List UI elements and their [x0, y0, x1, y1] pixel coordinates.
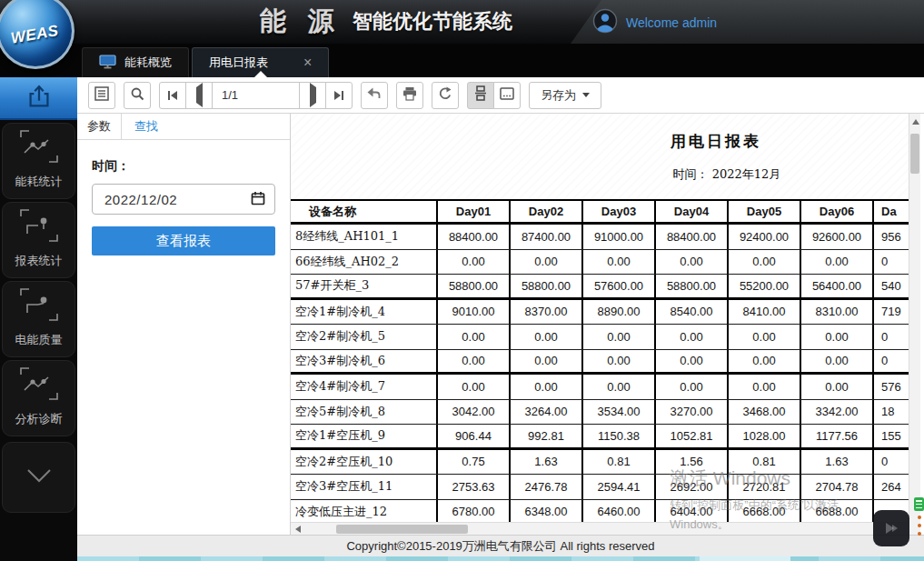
sidebar-item-export-active[interactable]: [0, 77, 77, 120]
user-avatar-icon: [592, 8, 618, 37]
tab-bar: 能耗概览 用电日报表 ×: [0, 44, 924, 77]
calendar-icon[interactable]: [251, 191, 265, 208]
tab-parameters[interactable]: 参数: [77, 114, 122, 139]
day-value-cell: 56400.00: [801, 275, 874, 297]
day-value-cell: 0: [874, 250, 909, 275]
horizontal-scrollbar[interactable]: [291, 522, 909, 535]
date-input[interactable]: 2022/12/02: [92, 184, 275, 215]
vertical-scrollbar[interactable]: [909, 114, 920, 535]
day-value-cell: 8370.00: [511, 300, 583, 325]
day-value-cell: 58800.00: [656, 275, 729, 297]
day-value-cell: 58800.00: [438, 275, 511, 297]
play-skip-icon: [878, 515, 905, 542]
table-row: 冷变低压主进_126780.006348.006460.006404.00666…: [291, 500, 909, 526]
day-value-cell: 92400.00: [729, 225, 801, 249]
view-report-button[interactable]: 查看报表: [92, 226, 275, 255]
day-value-cell: 0: [874, 350, 909, 373]
day-value-cell: 18: [874, 400, 909, 425]
day-value-cell: 0.00: [801, 250, 874, 275]
report-table: 设备名称 Day01Day02Day03Day04Day05Day06Da 8经…: [291, 199, 909, 525]
back-button[interactable]: [361, 82, 388, 109]
prev-page-button[interactable]: [185, 82, 213, 109]
day-value-cell: 1.56: [656, 450, 729, 475]
toc-icon: [94, 86, 109, 105]
sidebar-item-report-statistics[interactable]: 报表统计: [2, 202, 75, 278]
tab-label: 能耗概览: [124, 55, 172, 71]
report-time-caption: 时间： 2022年12月: [673, 166, 781, 183]
sidebar-item-label: 能耗统计: [15, 174, 63, 190]
day-value-cell: 719: [874, 300, 909, 325]
toc-button[interactable]: [88, 82, 115, 109]
day-value-cell: 0.00: [729, 250, 801, 275]
day-value-cell: 88400.00: [656, 225, 729, 249]
page-number-input[interactable]: [212, 82, 300, 109]
day-value-cell: 2753.63: [438, 475, 511, 499]
column-header: Day06: [801, 201, 874, 222]
search-button[interactable]: [124, 82, 151, 109]
day-value-cell: 0.00: [511, 250, 583, 275]
app-header: 能 源 智能优化节能系统 Welcome admin: [0, 0, 924, 44]
day-value-cell: 0.00: [438, 350, 511, 373]
print-icon: [402, 86, 417, 105]
table-row: 空冷4#制冷机_70.000.000.000.000.000.00576: [291, 375, 909, 400]
day-value-cell: 0.81: [583, 450, 656, 475]
sidebar-collapse-button[interactable]: [2, 442, 75, 513]
edge-green-widget[interactable]: [914, 497, 924, 511]
sidebar-item-analysis-diagnosis[interactable]: 分析诊断: [2, 360, 75, 436]
tab-find[interactable]: 查找: [122, 114, 171, 139]
day-value-cell: 0.00: [583, 250, 656, 275]
table-row: 57#开关柜_358800.0058800.0057600.0058800.00…: [291, 275, 909, 300]
day-value-cell: 6688.00: [801, 500, 874, 525]
day-value-cell: 1150.38: [583, 425, 656, 447]
next-page-button[interactable]: [299, 82, 326, 109]
sidebar: 能耗统计报表统计电能质量分析诊断: [0, 77, 77, 561]
day-value-cell: 1052.81: [656, 425, 729, 447]
taskbar-strip-highlight: [700, 556, 790, 561]
day-value-cell: 1028.00: [729, 425, 801, 447]
last-page-icon: [334, 91, 343, 100]
scroll-up-arrow[interactable]: [909, 115, 921, 127]
day-value-cell: 8540.00: [656, 300, 729, 325]
floating-widget-button[interactable]: [873, 510, 909, 546]
column-header: Day05: [729, 201, 801, 222]
day-value-cell: 2692.00: [656, 475, 729, 499]
vertical-scroll-thumb[interactable]: [910, 134, 919, 174]
save-as-button[interactable]: 另存为: [529, 82, 601, 109]
report-node-icon: [18, 207, 60, 246]
edge-dots-widget[interactable]: [918, 516, 921, 536]
page-setup-button[interactable]: [493, 82, 521, 109]
device-name-cell: 空冷2#制冷机_5: [291, 325, 438, 349]
app-title-secondary: 智能优化节能系统: [353, 8, 512, 35]
print-button[interactable]: [396, 82, 423, 109]
table-row: 8经纬线_AH101_188400.0087400.0091000.008840…: [291, 225, 909, 250]
app-title: 能 源 智能优化节能系统: [260, 0, 512, 44]
sidebar-item-energy-statistics[interactable]: 能耗统计: [2, 123, 75, 199]
tab-electricity-daily-report[interactable]: 用电日报表 ×: [192, 47, 329, 77]
first-page-button[interactable]: [159, 82, 186, 109]
refresh-button[interactable]: [432, 82, 459, 109]
report-title: 用电日报表: [671, 131, 761, 152]
layout-group: [467, 82, 521, 109]
main-content: 另存为 参数 查找 时间： 2022/12/02 查看报表: [77, 77, 924, 561]
day-value-cell: 1.63: [801, 450, 874, 475]
last-page-button[interactable]: [325, 82, 353, 109]
day-value-cell: 576: [874, 375, 909, 399]
day-value-cell: 0.00: [729, 325, 801, 349]
back-icon: [367, 87, 382, 104]
table-row: 66经纬线_AH02_20.000.000.000.000.000.000: [291, 250, 909, 275]
save-as-label: 另存为: [541, 87, 576, 104]
day-value-cell: 55200.00: [729, 275, 801, 297]
trend-chart-icon: [18, 128, 60, 167]
report-page: 用电日报表 时间： 2022年12月 设备名称 Day01Day02Day03D…: [291, 114, 909, 535]
print-layout-button[interactable]: [467, 82, 494, 109]
device-name-cell: 空冷4#制冷机_7: [291, 375, 438, 399]
scroll-left-arrow[interactable]: [293, 524, 303, 535]
panel-body: 时间： 2022/12/02 查看报表: [77, 140, 290, 270]
sidebar-item-power-quality[interactable]: 电能质量: [2, 281, 75, 357]
user-welcome[interactable]: Welcome admin: [592, 8, 717, 37]
day-value-cell: 6780.00: [438, 500, 511, 525]
day-value-cell: 155: [874, 425, 909, 447]
horizontal-scroll-thumb[interactable]: [336, 525, 468, 534]
close-icon[interactable]: ×: [303, 55, 312, 70]
tab-energy-overview[interactable]: 能耗概览: [82, 47, 189, 77]
